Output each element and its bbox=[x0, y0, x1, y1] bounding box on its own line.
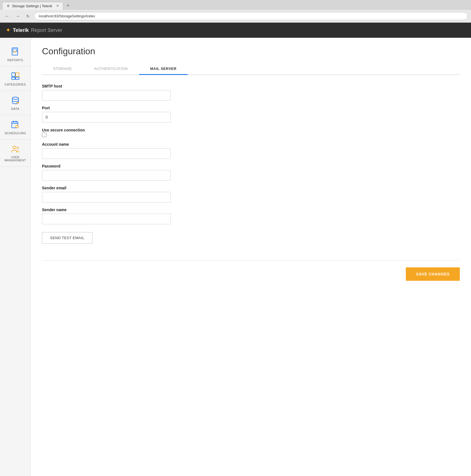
tab-mail-server[interactable]: MAIL SERVER bbox=[139, 63, 188, 75]
reports-icon bbox=[10, 47, 20, 57]
tab-close-btn[interactable]: ✕ bbox=[56, 4, 59, 8]
categories-icon bbox=[10, 71, 20, 81]
page-title: Configuration bbox=[42, 46, 460, 56]
account-name-group: Account name bbox=[42, 142, 171, 159]
password-group: Password bbox=[42, 164, 171, 181]
password-input[interactable] bbox=[42, 170, 171, 181]
svg-rect-2 bbox=[12, 73, 15, 77]
app-body: REPORTS CATEGORIES bbox=[0, 38, 471, 476]
reload-button[interactable]: ↻ bbox=[25, 13, 31, 20]
mail-server-form: SMTP host Port Use secure connection Acc… bbox=[42, 84, 171, 255]
svg-point-6 bbox=[12, 97, 18, 99]
smtp-host-input[interactable] bbox=[42, 90, 171, 101]
secure-connection-label: Use secure connection bbox=[42, 128, 85, 132]
sidebar-item-categories[interactable]: CATEGORIES bbox=[0, 67, 30, 91]
forward-button[interactable]: → bbox=[14, 13, 22, 20]
active-tab[interactable]: 🖥 Storage Settings | Telerik ✕ bbox=[2, 2, 63, 10]
tab-storage[interactable]: STORAGE bbox=[42, 63, 83, 75]
smtp-host-group: SMTP host bbox=[42, 84, 171, 101]
password-label: Password bbox=[42, 164, 171, 168]
svg-rect-5 bbox=[16, 77, 19, 79]
svg-rect-10 bbox=[16, 121, 17, 122]
sender-email-input[interactable] bbox=[42, 192, 171, 202]
port-label: Port bbox=[42, 106, 171, 110]
sidebar-item-scheduling[interactable]: SCHEDULING bbox=[0, 115, 30, 140]
sender-email-group: Sender email bbox=[42, 186, 171, 202]
port-group: Port bbox=[42, 106, 171, 122]
secure-connection-checkbox[interactable] bbox=[42, 133, 46, 137]
svg-point-13 bbox=[17, 147, 19, 149]
app-header: ✦ Telerik Report Server bbox=[0, 23, 471, 38]
sidebar-categories-label: CATEGORIES bbox=[4, 83, 26, 86]
sidebar: REPORTS CATEGORIES bbox=[0, 38, 31, 476]
footer-bar: SAVE CHANGES bbox=[42, 260, 460, 281]
logo: ✦ Telerik Report Server bbox=[6, 27, 62, 34]
address-bar-input[interactable] bbox=[34, 12, 468, 20]
main-content: Configuration STORAGE AUTHENTICATION MAI… bbox=[31, 38, 471, 476]
tab-page-icon: 🖥 bbox=[6, 4, 10, 8]
secure-connection-group: Use secure connection bbox=[42, 128, 171, 137]
back-button[interactable]: ← bbox=[3, 13, 11, 20]
tab-authentication[interactable]: AUTHENTICATION bbox=[83, 63, 139, 75]
configuration-tabs: STORAGE AUTHENTICATION MAIL SERVER bbox=[42, 63, 460, 75]
send-test-email-button[interactable]: SEND TEST EMAIL bbox=[42, 232, 93, 244]
secure-connection-checkbox-group bbox=[42, 133, 171, 137]
scheduling-icon bbox=[10, 120, 20, 130]
port-input[interactable] bbox=[42, 112, 171, 122]
sender-name-group: Sender name bbox=[42, 208, 171, 224]
data-icon bbox=[10, 95, 20, 105]
browser-chrome: 🖥 Storage Settings | Telerik ✕ + ← → ↻ bbox=[0, 0, 471, 23]
tab-bar: 🖥 Storage Settings | Telerik ✕ + bbox=[0, 0, 471, 10]
logo-product: Report Server bbox=[31, 27, 62, 33]
sender-email-label: Sender email bbox=[42, 186, 171, 190]
tab-title: Storage Settings | Telerik bbox=[12, 4, 52, 8]
user-management-icon bbox=[10, 144, 20, 154]
address-bar-row: ← → ↻ bbox=[0, 10, 471, 22]
account-name-label: Account name bbox=[42, 142, 171, 147]
svg-rect-3 bbox=[16, 73, 19, 77]
sidebar-item-reports[interactable]: REPORTS bbox=[0, 42, 30, 67]
sidebar-item-data[interactable]: DATA bbox=[0, 91, 30, 115]
svg-point-7 bbox=[18, 103, 19, 104]
smtp-host-label: SMTP host bbox=[42, 84, 171, 88]
sidebar-user-mgmt-label: USER MANAGEMENT bbox=[2, 156, 28, 162]
sidebar-item-user-management[interactable]: USER MANAGEMENT bbox=[0, 140, 30, 167]
svg-rect-4 bbox=[12, 77, 15, 79]
sidebar-reports-label: REPORTS bbox=[7, 58, 23, 62]
svg-rect-9 bbox=[13, 121, 14, 122]
svg-point-12 bbox=[13, 146, 16, 149]
sidebar-data-label: DATA bbox=[11, 107, 20, 110]
sidebar-scheduling-label: SCHEDULING bbox=[4, 131, 26, 135]
new-tab-button[interactable]: + bbox=[64, 2, 72, 10]
sender-name-input[interactable] bbox=[42, 214, 171, 224]
save-changes-button[interactable]: SAVE CHANGES bbox=[406, 267, 460, 281]
sender-name-label: Sender name bbox=[42, 208, 171, 212]
logo-star-icon: ✦ bbox=[6, 27, 11, 34]
account-name-input[interactable] bbox=[42, 148, 171, 159]
logo-brand: Telerik bbox=[13, 27, 29, 33]
